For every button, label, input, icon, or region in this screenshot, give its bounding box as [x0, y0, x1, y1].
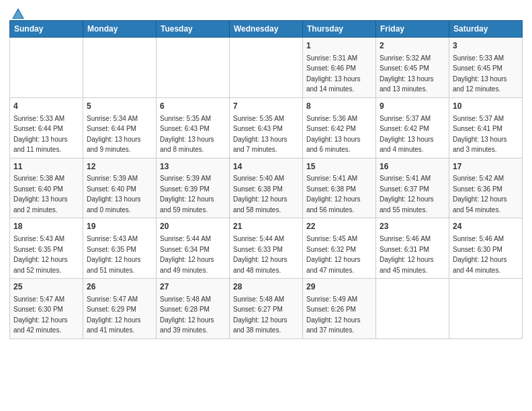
col-header-wednesday: Wednesday [230, 21, 303, 38]
day-cell: 23Sunrise: 5:46 AM Sunset: 6:31 PM Dayli… [376, 218, 449, 279]
day-info: Sunrise: 5:36 AM Sunset: 6:42 PM Dayligh… [306, 115, 361, 154]
week-row-5: 25Sunrise: 5:47 AM Sunset: 6:30 PM Dayli… [10, 279, 523, 339]
day-cell: 10Sunrise: 5:37 AM Sunset: 6:41 PM Dayli… [449, 97, 523, 158]
day-number: 3 [453, 40, 519, 52]
day-cell: 19Sunrise: 5:43 AM Sunset: 6:35 PM Dayli… [83, 218, 157, 279]
day-info: Sunrise: 5:37 AM Sunset: 6:42 PM Dayligh… [380, 115, 434, 154]
day-info: Sunrise: 5:39 AM Sunset: 6:40 PM Dayligh… [87, 175, 141, 214]
day-number: 8 [306, 101, 372, 112]
day-cell: 24Sunrise: 5:46 AM Sunset: 6:30 PM Dayli… [449, 218, 523, 279]
day-number: 21 [233, 221, 299, 232]
day-cell: 5Sunrise: 5:34 AM Sunset: 6:44 PM Daylig… [83, 97, 157, 158]
day-number: 26 [87, 281, 152, 293]
day-number: 4 [13, 101, 79, 112]
col-header-monday: Monday [83, 21, 157, 38]
day-cell: 17Sunrise: 5:42 AM Sunset: 6:36 PM Dayli… [449, 158, 523, 218]
day-number: 27 [160, 281, 226, 293]
day-number: 15 [306, 161, 372, 173]
day-number: 14 [233, 161, 299, 173]
day-number: 16 [380, 161, 445, 173]
day-info: Sunrise: 5:42 AM Sunset: 6:36 PM Dayligh… [453, 175, 507, 214]
day-cell: 15Sunrise: 5:41 AM Sunset: 6:38 PM Dayli… [303, 158, 376, 218]
day-cell: 22Sunrise: 5:45 AM Sunset: 6:32 PM Dayli… [303, 218, 376, 279]
day-cell: 25Sunrise: 5:47 AM Sunset: 6:30 PM Dayli… [10, 279, 83, 339]
day-number: 9 [380, 101, 445, 112]
day-info: Sunrise: 5:44 AM Sunset: 6:34 PM Dayligh… [160, 235, 214, 274]
day-number: 29 [306, 281, 372, 293]
day-info: Sunrise: 5:48 AM Sunset: 6:27 PM Dayligh… [233, 295, 287, 334]
day-cell: 8Sunrise: 5:36 AM Sunset: 6:42 PM Daylig… [303, 97, 376, 158]
day-info: Sunrise: 5:41 AM Sunset: 6:38 PM Dayligh… [306, 175, 361, 214]
col-header-friday: Friday [376, 21, 449, 38]
day-number: 11 [13, 161, 79, 173]
day-cell: 12Sunrise: 5:39 AM Sunset: 6:40 PM Dayli… [83, 158, 157, 218]
day-info: Sunrise: 5:47 AM Sunset: 6:30 PM Dayligh… [13, 295, 68, 334]
day-cell: 27Sunrise: 5:48 AM Sunset: 6:28 PM Dayli… [157, 279, 230, 339]
day-number: 10 [453, 101, 519, 112]
day-info: Sunrise: 5:48 AM Sunset: 6:28 PM Dayligh… [160, 295, 214, 334]
day-cell [376, 279, 449, 339]
day-info: Sunrise: 5:44 AM Sunset: 6:33 PM Dayligh… [233, 235, 287, 274]
day-cell: 9Sunrise: 5:37 AM Sunset: 6:42 PM Daylig… [376, 97, 449, 158]
day-info: Sunrise: 5:34 AM Sunset: 6:44 PM Dayligh… [87, 115, 141, 154]
day-info: Sunrise: 5:35 AM Sunset: 6:43 PM Dayligh… [160, 115, 214, 154]
day-number: 20 [160, 221, 226, 232]
day-number: 6 [160, 101, 226, 112]
week-row-4: 18Sunrise: 5:43 AM Sunset: 6:35 PM Dayli… [10, 218, 523, 279]
day-cell: 13Sunrise: 5:39 AM Sunset: 6:39 PM Dayli… [157, 158, 230, 218]
day-info: Sunrise: 5:46 AM Sunset: 6:31 PM Dayligh… [380, 235, 434, 274]
day-cell: 6Sunrise: 5:35 AM Sunset: 6:43 PM Daylig… [157, 97, 230, 158]
day-number: 7 [233, 101, 299, 112]
day-info: Sunrise: 5:37 AM Sunset: 6:41 PM Dayligh… [453, 115, 507, 154]
day-info: Sunrise: 5:32 AM Sunset: 6:45 PM Dayligh… [380, 54, 434, 93]
col-header-tuesday: Tuesday [157, 21, 230, 38]
day-cell: 3Sunrise: 5:33 AM Sunset: 6:45 PM Daylig… [449, 38, 523, 98]
day-cell: 29Sunrise: 5:49 AM Sunset: 6:26 PM Dayli… [303, 279, 376, 339]
logo [9, 7, 26, 17]
day-info: Sunrise: 5:43 AM Sunset: 6:35 PM Dayligh… [87, 235, 141, 274]
day-number: 24 [453, 221, 519, 232]
day-info: Sunrise: 5:33 AM Sunset: 6:44 PM Dayligh… [13, 115, 68, 154]
day-number: 2 [380, 40, 445, 52]
day-cell: 7Sunrise: 5:35 AM Sunset: 6:43 PM Daylig… [230, 97, 303, 158]
day-cell: 28Sunrise: 5:48 AM Sunset: 6:27 PM Dayli… [230, 279, 303, 339]
calendar-table: SundayMondayTuesdayWednesdayThursdayFrid… [9, 20, 523, 339]
day-number: 25 [13, 281, 79, 293]
day-number: 17 [453, 161, 519, 173]
day-info: Sunrise: 5:39 AM Sunset: 6:39 PM Dayligh… [160, 175, 214, 214]
day-cell: 26Sunrise: 5:47 AM Sunset: 6:29 PM Dayli… [83, 279, 157, 339]
day-cell [83, 38, 157, 98]
week-row-3: 11Sunrise: 5:38 AM Sunset: 6:40 PM Dayli… [10, 158, 523, 218]
day-cell [10, 38, 83, 98]
day-info: Sunrise: 5:47 AM Sunset: 6:29 PM Dayligh… [87, 295, 141, 334]
day-info: Sunrise: 5:41 AM Sunset: 6:37 PM Dayligh… [380, 175, 434, 214]
logo-icon [11, 7, 26, 21]
day-cell [157, 38, 230, 98]
day-info: Sunrise: 5:43 AM Sunset: 6:35 PM Dayligh… [13, 235, 68, 274]
day-number: 1 [306, 40, 372, 52]
day-cell: 1Sunrise: 5:31 AM Sunset: 6:46 PM Daylig… [303, 38, 376, 98]
day-cell: 20Sunrise: 5:44 AM Sunset: 6:34 PM Dayli… [157, 218, 230, 279]
day-cell: 18Sunrise: 5:43 AM Sunset: 6:35 PM Dayli… [10, 218, 83, 279]
day-number: 22 [306, 221, 372, 232]
day-number: 28 [233, 281, 299, 293]
day-number: 19 [87, 221, 152, 232]
col-header-sunday: Sunday [10, 21, 83, 38]
day-number: 23 [380, 221, 445, 232]
day-info: Sunrise: 5:33 AM Sunset: 6:45 PM Dayligh… [453, 54, 507, 93]
day-cell: 4Sunrise: 5:33 AM Sunset: 6:44 PM Daylig… [10, 97, 83, 158]
day-number: 12 [87, 161, 152, 173]
col-header-saturday: Saturday [449, 21, 523, 38]
day-number: 13 [160, 161, 226, 173]
header-row: SundayMondayTuesdayWednesdayThursdayFrid… [10, 21, 523, 38]
day-info: Sunrise: 5:40 AM Sunset: 6:38 PM Dayligh… [233, 175, 287, 214]
day-info: Sunrise: 5:35 AM Sunset: 6:43 PM Dayligh… [233, 115, 287, 154]
day-cell: 16Sunrise: 5:41 AM Sunset: 6:37 PM Dayli… [376, 158, 449, 218]
header [9, 7, 523, 17]
day-cell: 11Sunrise: 5:38 AM Sunset: 6:40 PM Dayli… [10, 158, 83, 218]
col-header-thursday: Thursday [303, 21, 376, 38]
day-info: Sunrise: 5:45 AM Sunset: 6:32 PM Dayligh… [306, 235, 361, 274]
week-row-1: 1Sunrise: 5:31 AM Sunset: 6:46 PM Daylig… [10, 38, 523, 98]
day-info: Sunrise: 5:46 AM Sunset: 6:30 PM Dayligh… [453, 235, 507, 274]
day-info: Sunrise: 5:38 AM Sunset: 6:40 PM Dayligh… [13, 175, 68, 214]
